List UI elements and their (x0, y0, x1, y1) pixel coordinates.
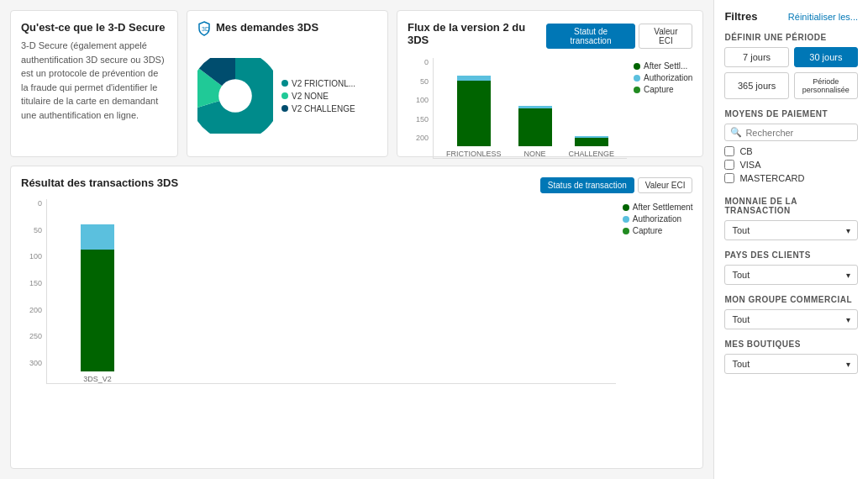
sidebar-boutiques-section: MES BOUTIQUES Tout ▾ (724, 340, 858, 374)
period-btn-custom[interactable]: Période personnalisée (794, 72, 858, 99)
flux-tab-transaction[interactable]: Statut de transaction (546, 24, 636, 49)
sidebar-payment-cb: CB (724, 146, 858, 156)
pie-card-header: 3D Mes demandes 3DS (197, 21, 377, 39)
visa-label: VISA (739, 160, 760, 170)
flux-segment-aftersettl-none (518, 108, 552, 146)
bottom-row: Résultat des transactions 3DS Status de … (10, 166, 703, 469)
period-btn-7[interactable]: 7 jours (724, 47, 788, 67)
pie-legend: V2 FRICTIONL... V2 NONE V2 CHALLENGE (281, 79, 355, 113)
flux-bars: FRICTIONLESS NONE (433, 58, 627, 159)
transactions-chart: 300 250 200 150 100 50 0 (21, 199, 616, 458)
flux-tab-buttons: Statut de transaction Valeur ECI (546, 24, 693, 49)
sidebar: Filtres Réinitialiser les... DÉFINIR UNE… (713, 0, 868, 479)
flux-bar-frictionless: FRICTIONLESS (446, 76, 502, 158)
transactions-bar-stack-3dsv2 (81, 224, 114, 371)
legend-label-frictionless: V2 FRICTIONL... (292, 79, 355, 88)
sidebar-search-input[interactable] (745, 128, 852, 138)
transactions-bars: 3DS_V2 (46, 199, 616, 384)
transactions-legend-aftersettl: After Settlement (623, 203, 693, 212)
flux-bar-label-challenge: CHALLENGE (569, 150, 615, 158)
main-container: Qu'est-ce que le 3-D Secure 3-D Secure (… (0, 0, 868, 479)
transactions-tab-buttons: Status de transaction Valeur ECI (540, 177, 693, 193)
transactions-tab-status[interactable]: Status de transaction (540, 177, 634, 193)
sidebar-payment-visa: VISA (724, 160, 858, 170)
sidebar-group-section: MON GROUPE COMMERCIAL Tout ▾ (724, 295, 858, 329)
legend-item-frictionless: V2 FRICTIONL... (281, 79, 355, 88)
sidebar-currency-title: MONNAIE DE LA TRANSACTION (724, 197, 858, 215)
sidebar-period-title: DÉFINIR UNE PÉRIODE (724, 33, 858, 42)
transactions-legend-capture: Capture (623, 226, 693, 235)
sidebar-header: Filtres Réinitialiser les... (724, 10, 858, 23)
flux-card: Flux de la version 2 du 3DS Statut de tr… (397, 10, 703, 157)
transactions-legend-dot-capture (623, 228, 629, 234)
sidebar-country-section: PAYS DES CLIENTS Tout ▾ (724, 250, 858, 285)
transactions-chart-area: 300 250 200 150 100 50 0 (21, 199, 692, 458)
info-card-title: Qu'est-ce que le 3-D Secure (21, 21, 167, 34)
flux-bar-stack-none (518, 106, 552, 146)
legend-dot-challenge (281, 105, 288, 112)
flux-bar-challenge: CHALLENGE (569, 136, 615, 158)
pie-chart (197, 58, 273, 134)
cb-label: CB (739, 146, 752, 156)
flux-legend-label-capture: Capture (644, 85, 674, 94)
chevron-down-icon-group: ▾ (846, 315, 850, 324)
transactions-header: Résultat des transactions 3DS Status de … (21, 176, 692, 194)
info-card-text: 3-D Secure (également appelé authentific… (21, 39, 167, 122)
sidebar-group-dropdown[interactable]: Tout ▾ (724, 309, 858, 329)
transactions-legend: After Settlement Authorization Capture (623, 203, 693, 235)
sidebar-title: Filtres (724, 10, 757, 23)
sidebar-payment-title: MOYENS DE PAIEMENT (724, 109, 858, 118)
transactions-y-axis: 300 250 200 150 100 50 0 (21, 199, 42, 367)
top-row: Qu'est-ce que le 3-D Secure 3-D Secure (… (10, 10, 703, 157)
flux-segment-aftersettl-challenge (575, 138, 608, 146)
transactions-legend-auth: Authorization (623, 214, 693, 224)
svg-point-4 (218, 79, 252, 113)
period-btn-30[interactable]: 30 jours (794, 47, 858, 67)
sidebar-currency-dropdown[interactable]: Tout ▾ (724, 220, 858, 240)
transactions-legend-label-auth: Authorization (633, 214, 681, 224)
sidebar-country-value: Tout (732, 270, 750, 280)
transactions-title: Résultat des transactions 3DS (21, 176, 178, 189)
transactions-segment-auth (81, 224, 114, 250)
transactions-legend-label-capture: Capture (633, 226, 663, 235)
transactions-tab-eci[interactable]: Valeur ECI (638, 177, 693, 193)
flux-bar-none: NONE (518, 106, 552, 158)
period-btn-365[interactable]: 365 jours (724, 72, 788, 99)
flux-legend-dot-auth (634, 75, 640, 82)
sidebar-period-section: DÉFINIR UNE PÉRIODE 7 jours 30 jours 365… (724, 33, 858, 99)
legend-label-challenge: V2 CHALLENGE (292, 104, 355, 113)
chevron-down-icon-boutiques: ▾ (846, 360, 850, 369)
legend-item-challenge: V2 CHALLENGE (281, 104, 355, 113)
pie-content: V2 FRICTIONL... V2 NONE V2 CHALLENGE (197, 45, 377, 146)
visa-checkbox[interactable] (724, 160, 734, 170)
flux-legend-dot-capture (634, 87, 640, 93)
mastercard-checkbox[interactable] (724, 173, 734, 183)
sidebar-boutiques-dropdown[interactable]: Tout ▾ (724, 354, 858, 374)
transactions-legend-dot-auth (623, 216, 629, 223)
sidebar-reset-link[interactable]: Réinitialiser les... (788, 12, 858, 22)
cb-checkbox[interactable] (724, 146, 734, 156)
sidebar-country-dropdown[interactable]: Tout ▾ (724, 265, 858, 285)
flux-tab-eci[interactable]: Valeur ECI (639, 24, 692, 49)
flux-card-title: Flux de la version 2 du 3DS (408, 21, 546, 46)
flux-card-header: Flux de la version 2 du 3DS Statut de tr… (408, 21, 692, 51)
flux-legend-dot-aftersettl (634, 63, 640, 70)
pie-card-title: Mes demandes 3DS (216, 21, 318, 34)
legend-dot-none (281, 92, 288, 99)
legend-label-none: V2 NONE (292, 92, 329, 101)
svg-text:3D: 3D (202, 26, 209, 32)
transactions-legend-dot-aftersettl (623, 204, 629, 211)
sidebar-payment-section: MOYENS DE PAIEMENT 🔍 CB VISA MASTERCARD (724, 109, 858, 187)
transactions-bar-3dsv2: 3DS_V2 (81, 224, 114, 383)
sidebar-payment-mastercard: MASTERCARD (724, 173, 858, 183)
content-area: Qu'est-ce que le 3-D Secure 3-D Secure (… (0, 0, 713, 479)
flux-legend: After Settl... Authorization Capture (634, 61, 692, 94)
chevron-down-icon-country: ▾ (846, 271, 850, 280)
flux-legend-label-aftersettl: After Settl... (644, 61, 687, 71)
transactions-legend-label-aftersettl: After Settlement (633, 203, 693, 212)
sidebar-search-box: 🔍 (724, 124, 858, 141)
flux-chart: 200 150 100 50 0 (408, 58, 627, 159)
chevron-down-icon-currency: ▾ (846, 226, 850, 235)
pie-card: 3D Mes demandes 3DS (187, 10, 388, 157)
flux-bar-stack-frictionless (457, 76, 491, 146)
